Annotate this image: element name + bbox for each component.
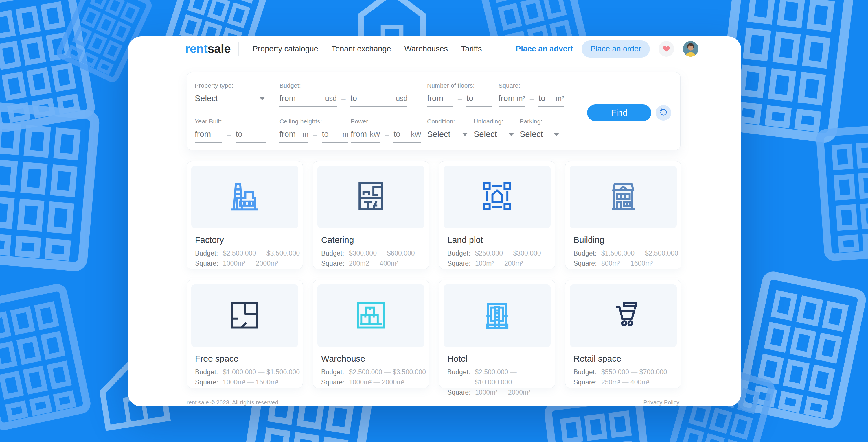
budget-from-input[interactable] <box>279 94 323 103</box>
budget-row-label: Budget: <box>195 248 223 259</box>
budget-row-value: $2.500.000 — $3.500.000 <box>223 248 300 259</box>
nav-item-warehouses[interactable]: Warehouses <box>404 44 448 54</box>
category-cards-grid: Factory Budget: $2.500.000 — $3.500.000 … <box>187 161 681 388</box>
copyright-text: rent sale © 2023, All rights reserved <box>187 399 278 406</box>
card-retail-space[interactable]: Retail space Budget: $550.000 — $700.000… <box>565 280 681 388</box>
card-land-plot[interactable]: Land plot Budget: $250.000 — $300.000 Sq… <box>439 161 555 269</box>
year-from-input[interactable] <box>195 130 222 139</box>
card-icon-tile <box>570 166 677 228</box>
card-warehouse[interactable]: Warehouse Budget: $2.500.000 — $3.500.00… <box>313 280 429 388</box>
privacy-policy-link[interactable]: Privacy Policy <box>644 399 679 406</box>
nav-item-property-catalogue[interactable]: Property catalogue <box>253 44 318 54</box>
square-row-value: 800m² — 1600m² <box>601 259 653 269</box>
power-from-input[interactable] <box>351 130 368 139</box>
free-space-icon <box>228 298 262 333</box>
ceiling-from-unit: m <box>302 130 308 138</box>
chevron-down-icon <box>508 133 514 136</box>
card-title: Retail space <box>574 354 681 364</box>
square-row-value: 1000m² — 1500m² <box>223 377 278 387</box>
factory-icon <box>228 179 262 214</box>
property-type-select[interactable]: Select <box>195 94 265 107</box>
ceiling-from-input[interactable] <box>279 130 301 139</box>
card-catering[interactable]: Catering Budget: $300.000 — $600.000 Squ… <box>313 161 429 269</box>
square-row-value: 100m² — 200m² <box>475 259 523 269</box>
square-row-label: Square: <box>574 259 601 269</box>
card-hotel[interactable]: Hotel Budget: $2.500.000 — $10.000.000 S… <box>439 280 555 388</box>
square-row-value: 200m2 — 400m² <box>349 259 398 269</box>
nav-item-tenant-exchange[interactable]: Tenant exchange <box>332 44 391 54</box>
square-from-input[interactable] <box>498 94 515 103</box>
user-avatar[interactable] <box>683 41 699 57</box>
power-from-unit: kW <box>370 130 380 138</box>
card-budget-row: Budget: $1.000.000 — $1.500.000 <box>195 367 303 377</box>
budget-row-label: Budget: <box>321 248 349 259</box>
card-square-row: Square: 1000m² — 2000m² <box>195 259 303 269</box>
catering-icon <box>354 179 388 214</box>
logo-sale: sale <box>208 42 230 56</box>
budget-row-label: Budget: <box>447 367 475 387</box>
card-budget-row: Budget: $300.000 — $600.000 <box>321 248 429 259</box>
card-square-row: Square: 800m² — 1600m² <box>574 259 681 269</box>
filter-square: Square: m² – m² <box>498 82 564 107</box>
budget-row-label: Budget: <box>447 248 475 259</box>
card-title: Hotel <box>447 354 555 364</box>
square-to-unit: m² <box>556 94 564 103</box>
range-dash: – <box>313 130 317 142</box>
parking-label: Parking: <box>520 118 559 125</box>
building-icon <box>606 179 640 214</box>
card-factory[interactable]: Factory Budget: $2.500.000 — $3.500.000 … <box>187 161 303 269</box>
place-order-button[interactable]: Place an order <box>582 40 650 58</box>
card-square-row: Square: 1000m² — 1500m² <box>195 377 303 387</box>
card-building[interactable]: Building Budget: $1.500.000 — $2.500.000… <box>565 161 681 269</box>
budget-from-unit: usd <box>325 94 337 103</box>
hotel-icon <box>480 298 514 333</box>
ceiling-to-input[interactable] <box>322 130 341 139</box>
filter-parking: Parking: Select <box>520 118 559 143</box>
card-title: Land plot <box>447 235 555 245</box>
card-budget-row: Budget: $2.500.000 — $3.500.000 <box>195 248 303 259</box>
favorites-button[interactable] <box>658 41 674 57</box>
range-dash: – <box>458 95 462 107</box>
reset-filters-button[interactable] <box>656 105 671 121</box>
floors-from-input[interactable] <box>427 94 453 103</box>
condition-value: Select <box>427 130 451 139</box>
floors-to-input[interactable] <box>466 94 492 103</box>
nav-item-tariffs[interactable]: Tariffs <box>461 44 482 54</box>
reset-icon <box>659 108 668 118</box>
budget-row-value: $250.000 — $300.000 <box>475 248 541 259</box>
card-title: Building <box>574 235 681 245</box>
range-dash: – <box>341 95 345 107</box>
square-to-input[interactable] <box>538 94 554 103</box>
unloading-value: Select <box>474 130 497 139</box>
square-row-label: Square: <box>195 259 223 269</box>
footer: rent sale © 2023, All rights reserved Pr… <box>128 398 741 406</box>
place-advert-link[interactable]: Place an advert <box>516 44 573 54</box>
square-row-value: 1000m² — 2000m² <box>223 259 278 269</box>
parking-select[interactable]: Select <box>520 130 559 143</box>
card-budget-row: Budget: $2.500.000 — $3.500.000 <box>321 367 429 377</box>
unloading-select[interactable]: Select <box>474 130 514 143</box>
condition-select[interactable]: Select <box>427 130 468 143</box>
card-budget-row: Budget: $550.000 — $700.000 <box>574 367 681 377</box>
find-button[interactable]: Find <box>587 104 651 121</box>
power-to-input[interactable] <box>394 130 409 139</box>
logo-rent: rent <box>185 42 208 56</box>
property-type-value: Select <box>195 94 218 103</box>
header-actions: Place an advert Place an order <box>516 40 699 58</box>
card-icon-tile <box>317 284 425 347</box>
property-type-label: Property type: <box>195 82 265 89</box>
square-label: Square: <box>498 82 564 89</box>
brand-logo[interactable]: rentsale <box>185 42 230 56</box>
card-free-space[interactable]: Free space Budget: $1.000.000 — $1.500.0… <box>187 280 303 388</box>
card-title: Free space <box>195 354 303 364</box>
filter-power: Power: kW – kW <box>351 118 421 142</box>
filter-property-type: Property type: Select <box>195 82 265 107</box>
chevron-down-icon <box>462 133 468 136</box>
budget-to-input[interactable] <box>350 94 394 103</box>
card-square-row: Square: 100m² — 200m² <box>447 259 555 269</box>
card-budget-row: Budget: $2.500.000 — $10.000.000 <box>447 367 555 387</box>
warehouse-icon <box>354 298 388 333</box>
year-to-input[interactable] <box>236 130 266 139</box>
budget-row-value: $1.500.000 — $2.500.000 <box>601 248 678 259</box>
main-panel: rentsale Property catalogueTenant exchan… <box>128 36 741 406</box>
